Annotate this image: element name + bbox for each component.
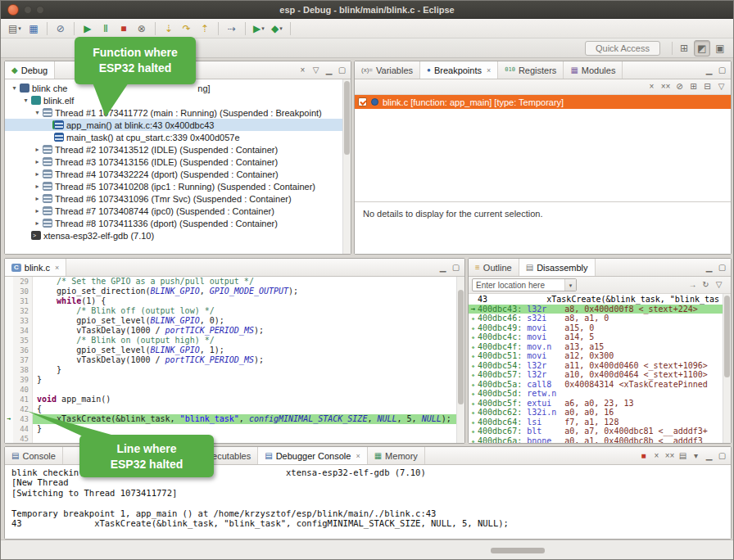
minimize-icon[interactable]: ▁	[324, 66, 334, 75]
line-number[interactable]: 30	[13, 287, 33, 296]
maximize-window-button[interactable]	[36, 6, 44, 14]
cpp-perspective-button[interactable]: ▣	[712, 40, 728, 56]
disconnect-button[interactable]: ⊗	[134, 20, 150, 37]
tree-expander-icon[interactable]: ▸	[33, 183, 42, 190]
breakpoints-list[interactable]: blink.c [function: app_main] [type: Temp…	[355, 95, 731, 201]
code-line[interactable]: 37 vTaskDelay(1000 / portTICK_PERIOD_MS)…	[5, 355, 456, 365]
debug-tree-row[interactable]: ▸Thread #8 1073411336 (dport) (Suspended…	[5, 217, 342, 229]
new-button[interactable]: ▤▾	[6, 20, 24, 37]
terminate-console-icon[interactable]: ■	[638, 452, 649, 460]
line-number[interactable]: 34	[13, 326, 33, 336]
line-number[interactable]: 33	[13, 316, 33, 326]
step-return-button[interactable]: ⇡	[197, 20, 213, 37]
remove-all-terminated-icon[interactable]: ××	[664, 452, 675, 460]
tree-expander-icon[interactable]: ▸	[33, 146, 42, 153]
run-button[interactable]: ▶▾	[251, 20, 267, 37]
tree-expander-icon[interactable]: ▸	[33, 195, 42, 202]
minimize-icon[interactable]: ▁	[437, 264, 448, 272]
code-line[interactable]: 40	[5, 385, 456, 395]
view-menu-icon[interactable]: ▽	[714, 281, 724, 289]
scrollbar-thumb[interactable]	[724, 296, 730, 377]
tree-expander-icon[interactable]: ▾	[33, 109, 42, 116]
debug-tree-row[interactable]: app_main() at blink.c:43 0x400dbc43	[5, 119, 342, 131]
combo-dropdown-icon[interactable]: ▾	[564, 279, 576, 291]
code-line[interactable]: 32 /* Blink off (output low) */	[5, 306, 456, 316]
debug-tree-row[interactable]: ▸Thread #6 1073431096 (Tmr Svc) (Suspend…	[5, 192, 342, 205]
line-number[interactable]: 41	[13, 395, 33, 404]
code-line[interactable]: 29 /* Set the GPIO as a push/pull output…	[5, 277, 456, 287]
scrollbar-thumb[interactable]	[344, 81, 350, 155]
step-over-button[interactable]: ↷	[179, 20, 195, 37]
line-number[interactable]: 38	[13, 365, 33, 375]
skip-all-breakpoints-button[interactable]: ⊘	[52, 20, 69, 37]
tree-expander-icon[interactable]: ▸	[33, 207, 42, 215]
debug-tree-row[interactable]: ▸Thread #3 1073413156 (IDLE) (Suspended …	[5, 156, 342, 168]
debug-tree-row[interactable]: ▸Thread #4 1073432224 (dport) (Suspended…	[5, 168, 342, 180]
terminate-button[interactable]: ■	[116, 20, 132, 37]
line-number[interactable]: 35	[13, 336, 33, 345]
breakpoint-row[interactable]: blink.c [function: app_main] [type: Temp…	[355, 95, 731, 109]
debug-tree-row[interactable]: ▾Thread #1 1073411772 (main : Running) (…	[5, 106, 342, 119]
code-line[interactable]: 36 gpio_set_level(BLINK_GPIO, 1);	[5, 345, 456, 355]
remove-all-terminated-icon[interactable]: ×	[297, 66, 308, 75]
remove-all-breakpoints-icon[interactable]: ××	[660, 83, 671, 91]
maximize-icon[interactable]: ▢	[451, 264, 461, 272]
debug-tree-row[interactable]: ▸Thread #7 1073408744 (ipc0) (Suspended …	[5, 205, 342, 217]
remove-launch-icon[interactable]: ×	[651, 452, 662, 460]
close-tab-icon[interactable]: ×	[356, 452, 360, 460]
resume-button[interactable]: ▶	[79, 20, 96, 37]
step-into-button[interactable]: ⇣	[161, 20, 177, 37]
suspend-button[interactable]: Ⅱ	[97, 20, 114, 37]
close-tab-icon[interactable]: ×	[55, 264, 59, 272]
tree-expander-icon[interactable]: ▾	[10, 84, 19, 92]
tab-blink-c[interactable]: Cblink.c×	[5, 259, 66, 276]
tab-variables[interactable]: (x)=Variables	[355, 61, 420, 79]
display-selected-console-icon[interactable]: ▾	[691, 452, 701, 460]
collapse-all-icon[interactable]: ⊟	[702, 83, 713, 91]
tab-breakpoints[interactable]: ●Breakpoints×	[420, 61, 498, 79]
minimize-icon[interactable]: ▁	[704, 452, 714, 460]
line-number[interactable]: 39	[13, 375, 33, 385]
line-number[interactable]: 31	[13, 296, 33, 306]
remove-selected-breakpoints-icon[interactable]: ×	[646, 83, 657, 91]
tab-modules[interactable]: ▦Modules	[564, 61, 623, 79]
tab-debug[interactable]: ◆Debug	[5, 61, 55, 79]
debug-perspective-button[interactable]: ◩	[694, 40, 710, 56]
tree-expander-icon[interactable]: ▾	[21, 97, 30, 104]
minimize-icon[interactable]: ▁	[704, 66, 714, 75]
open-perspective-button[interactable]: ⊞	[676, 40, 692, 56]
code-line[interactable]: 31 while(1) {	[5, 296, 456, 306]
editor-scrollbar[interactable]	[456, 277, 464, 443]
close-window-button[interactable]	[7, 4, 19, 16]
code-line[interactable]: 41void app_main()	[5, 395, 456, 404]
minimize-window-button[interactable]	[24, 6, 32, 14]
instruction-stepping-button[interactable]: ⇢	[224, 20, 240, 37]
tree-expander-icon[interactable]: ▸	[33, 219, 42, 227]
quick-access-button[interactable]: Quick Access	[585, 41, 660, 56]
debug-scrollbar[interactable]	[342, 79, 351, 254]
line-number[interactable]: 32	[13, 306, 33, 316]
code-line[interactable]: 38 }	[5, 365, 456, 375]
refresh-icon[interactable]: ↻	[700, 281, 711, 289]
debug-tree-row[interactable]: ▾blink.elf	[5, 94, 342, 106]
disassembly-content[interactable]: 43 xTaskCreate(&blink_task, "blink_tas→4…	[469, 294, 731, 443]
debug-tree-row[interactable]: ▸Thread #5 1073410208 (ipc1 : Running) (…	[5, 180, 342, 192]
location-combo[interactable]: Enter location here ▾	[472, 278, 577, 291]
minimize-icon[interactable]: ▁	[704, 264, 714, 272]
debug-tree-row[interactable]: xtensa-esp32-elf-gdb (7.10)	[5, 229, 342, 242]
view-menu-icon[interactable]: ▽	[310, 66, 321, 75]
line-number[interactable]: 36	[13, 345, 33, 355]
tab-memory[interactable]: ▦Memory	[368, 447, 425, 464]
code-line[interactable]: 34 vTaskDelay(1000 / portTICK_PERIOD_MS)…	[5, 326, 456, 336]
debug-button[interactable]: ◆▾	[269, 20, 285, 37]
maximize-icon[interactable]: ▢	[717, 66, 727, 75]
code-line[interactable]: 35 /* Blink on (output high) */	[5, 336, 456, 345]
debug-tree-row[interactable]: main_task() at cpu_start.c:339 0x400d057…	[5, 131, 342, 143]
code-line[interactable]: 39}	[5, 375, 456, 385]
debug-tree-row[interactable]: ▸Thread #2 1073413512 (IDLE) (Suspended …	[5, 143, 342, 156]
tab-registers[interactable]: 010Registers	[498, 61, 564, 79]
clear-console-icon[interactable]: ▤	[677, 452, 688, 460]
show-breakpoints-supported-icon[interactable]: ⊘	[674, 83, 685, 91]
tab-outline[interactable]: ≡Outline	[469, 259, 519, 276]
go-to-pc-icon[interactable]: →	[687, 281, 698, 289]
